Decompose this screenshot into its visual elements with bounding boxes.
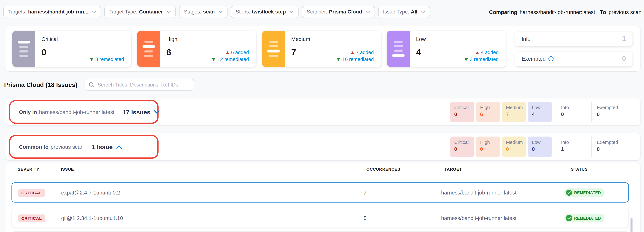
chevron-down-icon (290, 11, 294, 13)
section-common-to-toggle[interactable]: Common to previous scan 1 Issue (19, 133, 122, 160)
triangle-down-icon (464, 58, 468, 61)
comparing-to: To (600, 9, 606, 15)
issues-table: SEVERITY ISSUE OCCURRENCES TARGET STATUS… (5, 163, 640, 232)
severity-gauge-icon (137, 31, 160, 67)
section-issue-count: 17 Issues (122, 108, 150, 115)
severity-card-medium: Medium 7 7 added 16 remediated (262, 31, 381, 67)
table-row[interactable]: CRITICAL expat@2.4.7-1ubuntu0.2 7 harnes… (12, 182, 629, 203)
severity-badge: CRITICAL (18, 214, 45, 222)
filter-label: Issue Type: (383, 9, 409, 15)
severity-badge: CRITICAL (18, 189, 45, 197)
chevron-down-icon[interactable] (154, 110, 160, 114)
chip-medium: Medium 7 (502, 102, 526, 122)
occurrences-cell: 8 (364, 215, 366, 221)
issue-cell: expat@2.4.7-1ubuntu0.2 (61, 189, 120, 196)
exempted-label: Exempted (522, 56, 546, 62)
filter-scanner[interactable]: Scanner: Prisma Cloud (302, 6, 375, 18)
column-header-occurrences: OCCURRENCES (366, 167, 400, 171)
section-label-target: harness/bandit-job-runner:latest (39, 109, 114, 115)
column-header-target: TARGET (444, 167, 462, 171)
chip-high: High 6 (476, 102, 500, 122)
status-badge: REMEDIATED (564, 214, 604, 222)
check-circle-icon (566, 215, 572, 221)
filter-value: scan (203, 9, 215, 15)
chip-low: Low 4 (528, 102, 552, 122)
filter-value: twistlock step (252, 9, 286, 15)
table-row[interactable]: CRITICAL git@1:2.34.1-1ubuntu1.10 8 harn… (12, 208, 629, 228)
severity-chips: Critical 0 High 0 Medium 0 Low 0 Info 1 … (450, 136, 627, 157)
severity-card-count: 7 (291, 48, 310, 57)
severity-gauge-icon (387, 31, 410, 67)
filter-label: Steps: (236, 9, 250, 15)
filter-value: All (411, 9, 418, 15)
chip-low: Low 0 (528, 136, 552, 157)
severity-card-count: 0 (42, 48, 58, 57)
remediated-delta: 3 remediated (464, 57, 498, 62)
section-issue-count: 1 Issue (92, 143, 113, 150)
column-header-severity: SEVERITY (18, 167, 40, 171)
added-delta: 7 added (351, 50, 374, 55)
severity-gauge-icon (12, 31, 36, 67)
triangle-up-icon (226, 51, 229, 54)
triangle-up-icon (476, 51, 479, 54)
severity-card-count: 6 (166, 48, 177, 57)
triangle-down-icon (337, 58, 340, 61)
chip-exempted: Exempted 0 (592, 102, 627, 122)
severity-card-title: High (166, 36, 177, 42)
occurrences-cell: 7 (364, 189, 366, 196)
exempted-card: Exempted 0 (515, 52, 632, 66)
search-input[interactable] (98, 82, 190, 88)
added-delta: 4 added (476, 50, 498, 55)
severity-card-low: Low 4 4 added 3 remediated (387, 31, 506, 67)
section-only-in: Only in harness/bandit-job-runner:latest… (5, 98, 640, 125)
info-card: Info 1 (515, 31, 632, 46)
chip-critical: Critical 0 (450, 136, 474, 157)
table-row-partial[interactable] (12, 231, 629, 232)
severity-card-title: Low (416, 36, 426, 42)
severity-card-title: Critical (42, 36, 58, 42)
scan-comparison-page: Targets: harness/bandit-job-run... Targe… (0, 0, 644, 232)
search-icon (89, 82, 95, 88)
chevron-down-icon (421, 11, 425, 13)
chevron-down-icon (218, 11, 222, 13)
filter-stages[interactable]: Stages: scan (179, 6, 227, 18)
filter-value: Container (139, 9, 163, 15)
section-label-target: previous scan (50, 144, 84, 150)
target-cell: harness/bandit-job-runner:latest (441, 189, 516, 196)
severity-card-title: Medium (291, 36, 310, 42)
severity-cards: Critical 0 3 remediated High 6 6 added 1… (12, 31, 512, 67)
triangle-up-icon (351, 51, 354, 54)
comparing-target: harness/bandit-job-runner:latest (520, 9, 595, 15)
severity-card-high: High 6 6 added 12 remediated (137, 31, 256, 67)
triangle-down-icon (90, 58, 93, 61)
filter-bar: Targets: harness/bandit-job-run... Targe… (3, 6, 430, 18)
filter-value: harness/bandit-job-run... (28, 9, 88, 15)
chip-medium: Medium 0 (502, 136, 526, 157)
chevron-down-icon (167, 11, 171, 13)
check-circle-icon (566, 189, 572, 196)
chevron-down-icon (366, 11, 370, 13)
chevron-up-icon[interactable] (116, 145, 122, 149)
info-icon[interactable] (548, 56, 553, 61)
filter-label: Stages: (184, 9, 201, 15)
table-header: SEVERITY ISSUE OCCURRENCES TARGET STATUS (5, 167, 640, 173)
chevron-down-icon (92, 11, 96, 13)
scrollbar-thumb[interactable] (630, 218, 632, 232)
filter-issue-type[interactable]: Issue Type: All (378, 6, 430, 18)
severity-card-count: 4 (416, 48, 426, 57)
section-common-to: Common to previous scan 1 Issue Critical… (5, 133, 640, 160)
chip-exempted: Exempted 0 (592, 136, 627, 157)
severity-summary-panel: Critical 0 3 remediated High 6 6 added 1… (5, 26, 640, 71)
chip-high: High 0 (476, 136, 500, 157)
target-cell: harness/bandit-job-runner:latest (441, 215, 516, 221)
filter-label: Scanner: (307, 9, 328, 15)
column-header-issue: ISSUE (61, 167, 74, 171)
filter-label: Target Type: (109, 9, 137, 15)
filter-target-type[interactable]: Target Type: Container (104, 6, 176, 18)
chip-info: Info 1 (556, 136, 592, 157)
filter-steps[interactable]: Steps: twistlock step (231, 6, 299, 18)
filter-targets[interactable]: Targets: harness/bandit-job-run... (3, 6, 101, 18)
section-only-in-toggle[interactable]: Only in harness/bandit-job-runner:latest… (19, 98, 160, 125)
triangle-down-icon (212, 58, 215, 61)
comparing-label: Comparing (489, 9, 517, 15)
